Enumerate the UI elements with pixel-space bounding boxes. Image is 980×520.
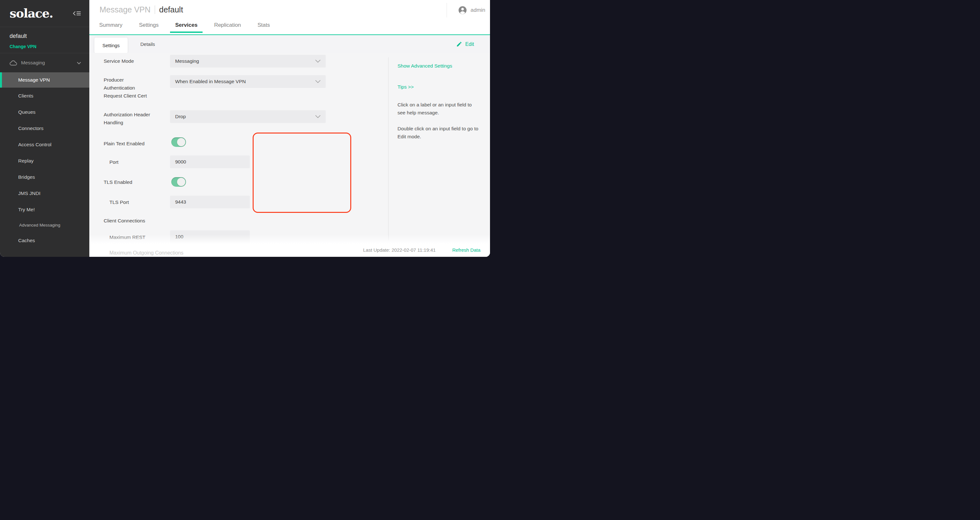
max-outgoing-connections-ghost-label: Maximum Outgoing Connections — [110, 250, 183, 256]
sidebar-logo-row: solace. — [0, 0, 89, 27]
service-mode-value: Messaging — [175, 58, 199, 64]
sidebar-item-message-vpn[interactable]: Message VPN — [0, 72, 89, 88]
sidebar-menu: Message VPN Clients Queues Connectors Ac… — [0, 72, 89, 249]
producer-auth-label-line1: Producer — [104, 76, 169, 84]
page-title-prefix: Message VPN — [100, 5, 151, 14]
sidebar-item-connectors[interactable]: Connectors — [0, 120, 89, 136]
title-divider — [155, 5, 155, 14]
chevron-down-icon — [315, 60, 321, 63]
sidebar-item-try-me[interactable]: Try Me! — [0, 201, 89, 218]
tls-port-label[interactable]: TLS Port — [110, 198, 175, 206]
tab-services[interactable]: Services — [175, 22, 198, 29]
auth-header-label-line1: Authorization Header — [104, 111, 169, 119]
subtab-strip: Settings Details Edit — [89, 35, 490, 54]
auth-header-value: Drop — [175, 114, 186, 119]
service-mode-label[interactable]: Service Mode — [104, 57, 169, 65]
producer-auth-label-line2: Authentication — [104, 84, 169, 92]
plain-text-enabled-toggle[interactable] — [171, 137, 186, 147]
sidebar-item-clients[interactable]: Clients — [0, 88, 89, 104]
top-header: Message VPN default admin Summary Settin… — [89, 0, 490, 35]
sidebar-item-advanced-messaging[interactable]: Advanced Messaging — [0, 218, 89, 232]
pencil-icon — [456, 41, 462, 47]
vpn-block: default Change VPN — [0, 27, 89, 53]
tab-replication[interactable]: Replication — [213, 22, 242, 29]
help-text-double-click: Double click on an input field to go to … — [398, 125, 479, 141]
toggle-knob — [177, 138, 185, 146]
cloud-icon — [10, 60, 17, 66]
client-connections-section-label: Client Connections — [104, 217, 169, 225]
sidebar-section-label: Messaging — [21, 60, 45, 66]
vpn-tabs: Summary Settings Services Replication St… — [99, 22, 270, 29]
change-vpn-link[interactable]: Change VPN — [10, 44, 80, 49]
chevron-down-icon — [77, 60, 81, 66]
auth-header-label[interactable]: Authorization Header Handling — [104, 111, 169, 127]
tls-port-input[interactable]: 9443 — [170, 196, 250, 208]
user-name: admin — [471, 7, 485, 13]
user-avatar-icon — [458, 5, 467, 15]
sidebar: solace. default Change VPN Messaging — [0, 0, 89, 257]
sidebar-item-queues[interactable]: Queues — [0, 104, 89, 120]
subtab-settings[interactable]: Settings — [94, 38, 127, 53]
sidebar-item-jms-jndi[interactable]: JMS JNDI — [0, 185, 89, 201]
auth-header-select[interactable]: Drop — [170, 110, 326, 123]
services-settings-form: Service Mode Messaging Producer Authenti… — [89, 53, 490, 257]
port-label[interactable]: Port — [110, 158, 175, 166]
solace-logo[interactable]: solace. — [10, 7, 53, 19]
service-mode-select[interactable]: Messaging — [170, 55, 326, 68]
tls-enabled-toggle[interactable] — [171, 177, 186, 187]
edit-button-label: Edit — [465, 41, 474, 47]
auth-header-label-line2: Handling — [104, 119, 169, 127]
page-title-value: default — [159, 5, 183, 14]
producer-auth-value: When Enabled in Message VPN — [175, 79, 246, 84]
app-window: solace. default Change VPN Messaging — [0, 0, 490, 257]
producer-auth-select[interactable]: When Enabled in Message VPN — [170, 75, 326, 88]
tab-settings[interactable]: Settings — [138, 22, 159, 29]
sidebar-item-caches[interactable]: Caches — [0, 232, 89, 249]
last-update-text: Last Update: 2022-02-07 11:19:41 — [363, 247, 436, 253]
tips-link[interactable]: Tips >> — [398, 83, 479, 91]
annotation-highlight-box — [253, 133, 351, 213]
tls-enabled-label[interactable]: TLS Enabled — [104, 178, 169, 186]
tab-stats[interactable]: Stats — [257, 22, 270, 29]
refresh-data-link[interactable]: Refresh Data — [452, 247, 480, 253]
producer-auth-label-line3: Request Client Cert — [104, 92, 169, 100]
help-text-click: Click on a label or an input field to se… — [398, 101, 479, 117]
help-panel: Show Advanced Settings Tips >> Click on … — [398, 62, 479, 141]
main-area: Message VPN default admin Summary Settin… — [89, 0, 490, 257]
toggle-knob — [177, 178, 185, 186]
current-vpn-name: default — [10, 33, 80, 40]
tls-port-value: 9443 — [175, 199, 186, 205]
sidebar-item-replay[interactable]: Replay — [0, 153, 89, 169]
collapse-sidebar-icon[interactable] — [73, 10, 81, 17]
subtab-details[interactable]: Details — [137, 35, 158, 53]
sidebar-item-access-control[interactable]: Access Control — [0, 136, 89, 153]
sidebar-section-messaging[interactable]: Messaging — [0, 53, 89, 72]
page-title: Message VPN default — [89, 0, 490, 14]
chevron-down-icon — [315, 115, 321, 118]
edit-button[interactable]: Edit — [456, 35, 474, 53]
user-menu[interactable]: admin — [447, 3, 485, 17]
show-advanced-settings-link[interactable]: Show Advanced Settings — [398, 62, 479, 70]
port-input[interactable]: 9000 — [170, 155, 250, 168]
producer-auth-label[interactable]: Producer Authentication Request Client C… — [104, 76, 169, 100]
footer-bar: Maximum Outgoing Connections Last Update… — [89, 235, 490, 257]
port-value: 9000 — [175, 159, 186, 165]
sidebar-item-bridges[interactable]: Bridges — [0, 169, 89, 185]
tab-summary[interactable]: Summary — [99, 22, 123, 29]
plain-text-enabled-label[interactable]: Plain Text Enabled — [104, 140, 169, 147]
chevron-down-icon — [315, 80, 321, 83]
